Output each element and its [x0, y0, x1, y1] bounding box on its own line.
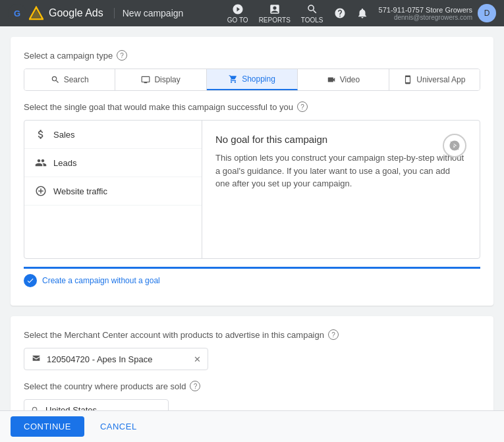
checkmark-icon [26, 277, 34, 285]
tools-button[interactable]: TOOLS [301, 3, 323, 24]
check-icon [24, 274, 37, 287]
merchant-icon [31, 354, 42, 364]
goal-item-website-traffic[interactable]: Website traffic [24, 177, 202, 206]
goal-content: No goal for this campaign This option le… [202, 121, 480, 258]
goal-sales-label: Sales [53, 130, 75, 140]
goto-button[interactable]: GO TO [227, 3, 248, 24]
help-button[interactable] [334, 7, 346, 19]
search-country-icon [31, 406, 40, 411]
goal-leads-label: Leads [53, 158, 76, 168]
svg-text:G: G [14, 9, 20, 18]
user-avatar[interactable]: D [478, 4, 496, 22]
no-goal-icon [443, 134, 466, 157]
mobile-icon [403, 75, 412, 84]
ads-triangle-icon [29, 6, 43, 20]
search-icon [51, 75, 60, 84]
shopping-icon [229, 74, 238, 84]
merchant-clear-button[interactable]: ✕ [194, 354, 201, 364]
tab-search-label: Search [64, 75, 89, 84]
tab-universal-app-label: Universal App [416, 75, 465, 84]
no-goal-svg-icon [449, 140, 461, 152]
header-left: G Google Ads New campaign [8, 4, 183, 22]
tab-shopping[interactable]: Shopping [207, 69, 298, 90]
no-goal-title: No goal for this campaign [215, 134, 466, 145]
goal-list: Sales Leads Website traffic [24, 121, 202, 258]
tab-shopping-label: Shopping [242, 74, 275, 84]
goal-help-icon[interactable]: ? [297, 101, 308, 112]
campaign-type-label: Select a campaign type ? [24, 50, 480, 61]
merchant-input[interactable]: 120504720 - Apes In Space ✕ [24, 348, 208, 370]
goal-website-traffic-label: Website traffic [53, 186, 107, 196]
tools-label: TOOLS [301, 16, 323, 24]
country-help-icon[interactable]: ? [190, 381, 200, 391]
tab-search[interactable]: Search [24, 69, 115, 90]
tab-display-label: Display [154, 75, 180, 84]
campaign-type-help-icon[interactable]: ? [117, 50, 127, 61]
goto-label: GO TO [227, 16, 248, 24]
user-info: 571-911-0757 Store Growers dennis@storeg… [379, 4, 496, 22]
create-without-goal-section: Create a campaign without a goal [24, 267, 480, 292]
sales-icon [35, 128, 47, 140]
goal-item-sales[interactable]: Sales [24, 121, 202, 149]
video-icon [327, 75, 336, 84]
goal-item-leads[interactable]: Leads [24, 149, 202, 177]
user-phone: 571-911-0757 Store Growers [379, 6, 472, 14]
merchant-card: Select the Merchant Center account with … [11, 316, 493, 410]
tab-display[interactable]: Display [115, 69, 206, 90]
goal-section-label: Select the single goal that would make t… [24, 101, 480, 112]
merchant-help-icon[interactable]: ? [328, 329, 339, 340]
create-without-goal-link[interactable]: Create a campaign without a goal [42, 276, 160, 285]
header-right: GO TO REPORTS TOOLS 571-911-0757 Store G… [227, 3, 496, 24]
goal-container: Sales Leads Website traffic No goal for … [24, 120, 480, 259]
user-email: dennis@storegrowers.com [379, 14, 472, 21]
reports-button[interactable]: REPORTS [259, 3, 291, 24]
notifications-button[interactable] [356, 7, 368, 19]
tab-video[interactable]: Video [298, 69, 389, 90]
display-icon [141, 75, 150, 84]
header-logo-text: Google Ads [49, 7, 103, 19]
no-goal-desc: This option lets you construct your camp… [215, 152, 466, 190]
merchant-label: Select the Merchant Center account with … [24, 329, 480, 340]
cancel-button[interactable]: CANCEL [95, 416, 142, 437]
country-label: Select the country where products are so… [24, 381, 480, 391]
country-input[interactable]: United States [24, 399, 169, 410]
footer: CONTINUE CANCEL [0, 410, 504, 442]
leads-icon [35, 157, 47, 169]
header-title: New campaign [114, 8, 184, 18]
google-ads-icon: G [8, 4, 26, 22]
goal-section: Select the single goal that would make t… [24, 101, 480, 292]
campaign-type-tabs: Search Display Shopping Video Universal … [24, 69, 480, 91]
website-traffic-icon [35, 185, 47, 197]
tab-video-label: Video [340, 75, 360, 84]
merchant-value: 120504720 - Apes In Space [47, 354, 188, 364]
country-value: United States [45, 405, 97, 410]
main-content: Select a campaign type ? Search Display … [0, 26, 504, 410]
continue-button[interactable]: CONTINUE [11, 416, 84, 437]
reports-label: REPORTS [259, 16, 291, 24]
google-ads-logo: G [8, 4, 43, 22]
campaign-type-card: Select a campaign type ? Search Display … [11, 37, 493, 306]
tab-universal-app[interactable]: Universal App [389, 69, 480, 90]
app-header: G Google Ads New campaign GO TO REPORTS … [0, 0, 504, 26]
